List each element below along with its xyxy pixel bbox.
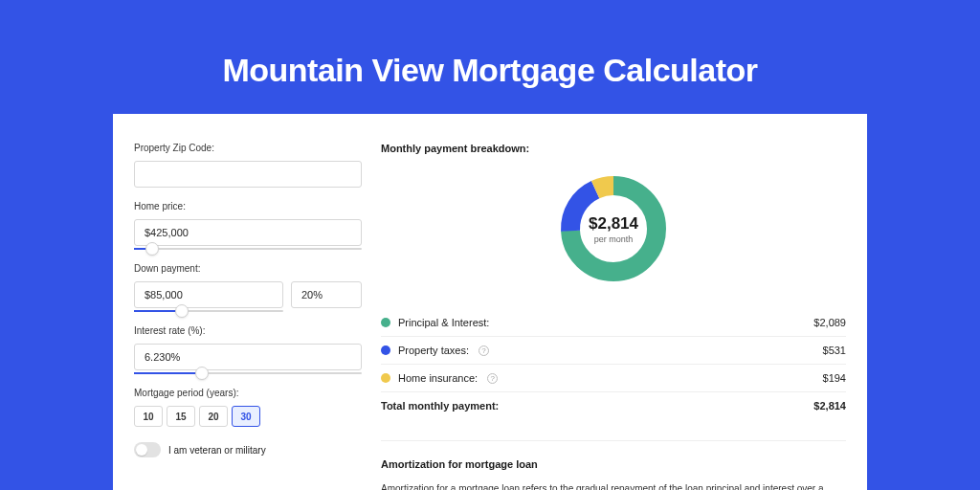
donut-center-amount: $2,814: [589, 214, 638, 234]
mortgage-period-label: Mortgage period (years):: [134, 388, 362, 398]
interest-rate-input[interactable]: [134, 344, 362, 370]
mortgage-period-group: Mortgage period (years): 10 15 20 30: [134, 388, 362, 427]
period-option-30[interactable]: 30: [232, 406, 260, 427]
period-option-10[interactable]: 10: [134, 406, 163, 427]
calculator-panel: Property Zip Code: Home price: Down paym…: [113, 114, 867, 490]
line-label: Principal & Interest:: [398, 317, 489, 328]
zip-label: Property Zip Code:: [134, 143, 362, 153]
down-payment-pct-input[interactable]: [291, 281, 362, 308]
amortization-text: Amortization for a mortgage loan refers …: [381, 481, 846, 490]
page-title: Mountain View Mortgage Calculator: [0, 52, 980, 89]
dot-icon: [381, 373, 390, 383]
donut-center-sub: per month: [594, 234, 634, 244]
dot-icon: [381, 345, 390, 355]
amortization-card: Amortization for mortgage loan Amortizat…: [381, 440, 846, 490]
down-payment-input[interactable]: [134, 281, 283, 308]
form-column: Property Zip Code: Home price: Down paym…: [134, 143, 362, 490]
down-payment-slider[interactable]: [134, 310, 283, 312]
interest-rate-group: Interest rate (%):: [134, 325, 362, 374]
period-option-15[interactable]: 15: [167, 406, 195, 427]
down-payment-group: Down payment:: [134, 263, 362, 312]
line-value: $2,089: [813, 317, 846, 328]
line-value: $194: [823, 372, 846, 384]
breakdown-line-principal-interest: Principal & Interest: $2,089: [381, 309, 846, 337]
donut-center: $2,814 per month: [556, 171, 671, 286]
down-payment-label: Down payment:: [134, 263, 362, 274]
home-price-input[interactable]: [134, 219, 362, 246]
period-option-20[interactable]: 20: [199, 406, 228, 427]
interest-rate-label: Interest rate (%):: [134, 325, 362, 336]
home-price-label: Home price:: [134, 201, 362, 212]
interest-rate-slider[interactable]: [134, 372, 362, 374]
line-label: Property taxes:: [398, 345, 469, 356]
hero: Mountain View Mortgage Calculator: [0, 0, 980, 89]
home-price-group: Home price:: [134, 201, 362, 250]
total-value: $2,814: [813, 400, 846, 412]
veteran-row: I am veteran or military: [134, 442, 362, 457]
breakdown-column: Monthly payment breakdown: $2,814 per mo…: [381, 143, 846, 490]
breakdown-line-property-taxes: Property taxes: ? $531: [381, 337, 846, 365]
breakdown-line-home-insurance: Home insurance: ? $194: [381, 365, 846, 392]
line-value: $531: [823, 345, 846, 356]
home-price-slider[interactable]: [134, 248, 362, 250]
zip-group: Property Zip Code:: [134, 143, 362, 188]
total-label: Total monthly payment:: [381, 400, 499, 412]
info-icon[interactable]: ?: [487, 373, 498, 384]
breakdown-line-total: Total monthly payment: $2,814: [381, 392, 846, 419]
info-icon[interactable]: ?: [479, 345, 489, 356]
zip-input[interactable]: [134, 161, 362, 188]
veteran-label: I am veteran or military: [168, 445, 266, 456]
breakdown-title: Monthly payment breakdown:: [381, 143, 846, 154]
veteran-switch[interactable]: [134, 442, 161, 457]
breakdown-donut-chart: $2,814 per month: [556, 171, 671, 286]
dot-icon: [381, 318, 390, 327]
line-label: Home insurance:: [398, 372, 478, 384]
amortization-title: Amortization for mortgage loan: [381, 458, 846, 470]
mortgage-period-options: 10 15 20 30: [134, 406, 362, 427]
